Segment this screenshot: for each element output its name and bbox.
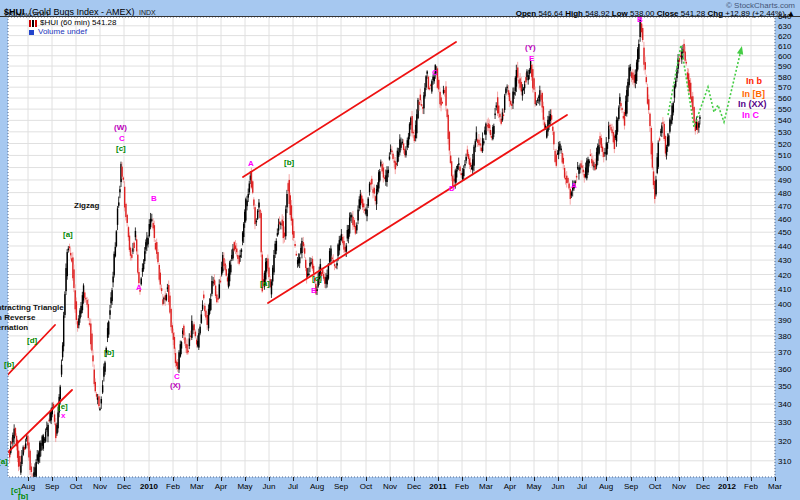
month-tick-label: Aug xyxy=(599,482,613,491)
month-tick-label: Dec xyxy=(407,482,421,491)
candlestick-icon xyxy=(29,20,37,27)
price-tick-label: 420 xyxy=(778,271,791,280)
month-tick-label: Nov xyxy=(672,482,686,491)
month-tick xyxy=(317,477,318,481)
price-tick-label: 310 xyxy=(778,457,791,466)
month-tick-label: Sep xyxy=(334,482,348,491)
month-tick xyxy=(269,477,270,481)
wave-label: [c] xyxy=(312,274,322,283)
month-tick-label: Oct xyxy=(70,482,82,491)
price-tick-label: 620 xyxy=(778,32,791,41)
price-tick-label: 640 xyxy=(778,12,791,21)
month-tick xyxy=(100,477,101,481)
month-tick xyxy=(390,477,391,481)
month-tick-label: Mar xyxy=(190,482,204,491)
wave-label: D xyxy=(449,184,455,193)
month-tick xyxy=(703,477,704,481)
wave-label: In C xyxy=(742,111,759,120)
price-tick-label: 370 xyxy=(778,348,791,357)
month-tick xyxy=(486,477,487,481)
month-tick-label: Feb xyxy=(455,482,469,491)
wave-label: [b] xyxy=(18,492,28,500)
month-tick xyxy=(438,477,439,481)
price-tick-label: 390 xyxy=(778,316,791,325)
projection-arrowhead xyxy=(737,46,743,55)
year-tick-label: 2011 xyxy=(429,482,446,491)
wave-label: (Y) xyxy=(525,43,536,52)
month-tick xyxy=(462,477,463,481)
month-tick xyxy=(414,477,415,481)
month-tick xyxy=(655,477,656,481)
price-tick-label: 500 xyxy=(778,164,791,173)
month-tick-label: Feb xyxy=(744,482,758,491)
month-tick-label: May xyxy=(526,482,541,491)
wave-label: [e] xyxy=(58,402,68,411)
month-tick xyxy=(534,477,535,481)
price-tick-label: 540 xyxy=(778,116,791,125)
month-tick-label: Oct xyxy=(649,482,661,491)
wave-label: In (XX) xyxy=(738,100,767,109)
wave-label: [a] xyxy=(63,230,73,239)
month-tick-label: Sep xyxy=(624,482,638,491)
month-tick xyxy=(558,477,559,481)
triangle-annotation-note: Contracting Trianglewith ReverseAlternat… xyxy=(0,303,64,333)
price-tick-label: 440 xyxy=(778,242,791,251)
month-tick xyxy=(775,477,776,481)
month-tick xyxy=(582,477,583,481)
month-tick xyxy=(293,477,294,481)
wave-label: x xyxy=(61,411,65,420)
wave-label: B xyxy=(637,15,643,24)
wave-label: E xyxy=(529,54,534,63)
wave-label: In b xyxy=(746,77,762,86)
month-tick xyxy=(149,477,150,481)
price-tick-label: 360 xyxy=(778,365,791,374)
price-tick-label: 630 xyxy=(778,22,791,31)
wave-label: [b] xyxy=(104,348,114,357)
wave-label: B xyxy=(311,286,317,295)
wave-label: (W) xyxy=(114,123,127,132)
price-tick-label: 340 xyxy=(778,400,791,409)
legend-volume-label: Volume undef xyxy=(38,28,87,36)
month-tick-label: Jun xyxy=(263,482,276,491)
price-tick-label: 550 xyxy=(778,105,791,114)
wave-label: [d] xyxy=(27,336,37,345)
month-tick xyxy=(52,477,53,481)
month-tick xyxy=(124,477,125,481)
month-tick xyxy=(366,477,367,481)
month-tick xyxy=(197,477,198,481)
wave-label: [c] xyxy=(116,144,126,153)
month-tick xyxy=(173,477,174,481)
price-tick-label: 410 xyxy=(778,285,791,294)
note-line: Contracting Triangle xyxy=(0,303,64,313)
month-tick xyxy=(76,477,77,481)
exchange-tag: INDX xyxy=(139,9,156,16)
month-tick-label: Oct xyxy=(360,482,372,491)
month-tick-label: Dec xyxy=(696,482,710,491)
month-tick xyxy=(510,477,511,481)
price-tick-label: 350 xyxy=(778,382,791,391)
price-tick-label: 480 xyxy=(778,189,791,198)
price-tick-label: 570 xyxy=(778,83,791,92)
legend-price-row: $HUI (60 min) 541.28 xyxy=(29,19,116,27)
wave-label: C xyxy=(119,134,125,143)
legend-volume-row: Volume undef xyxy=(29,28,116,36)
price-tick-label: 470 xyxy=(778,202,791,211)
month-tick-label: Dec xyxy=(117,482,131,491)
note-line: Alternation xyxy=(0,323,64,333)
price-tick-label: 560 xyxy=(778,94,791,103)
price-tick-label: 450 xyxy=(778,228,791,237)
price-chart xyxy=(0,0,800,500)
wave-label: [b] xyxy=(4,360,14,369)
month-tick xyxy=(751,477,752,481)
price-tick-label: 600 xyxy=(778,52,791,61)
wave-label: B xyxy=(151,194,157,203)
month-tick xyxy=(341,477,342,481)
header-divider xyxy=(0,16,800,17)
wave-label: A xyxy=(571,181,577,190)
month-tick-label: Jun xyxy=(552,482,565,491)
wave-label: A xyxy=(136,283,142,292)
price-tick-label: 530 xyxy=(778,128,791,137)
month-tick-label: Mar xyxy=(479,482,493,491)
year-tick-label: 2012 xyxy=(718,482,736,491)
legend-price-label: $HUI (60 min) 541.28 xyxy=(40,19,116,27)
